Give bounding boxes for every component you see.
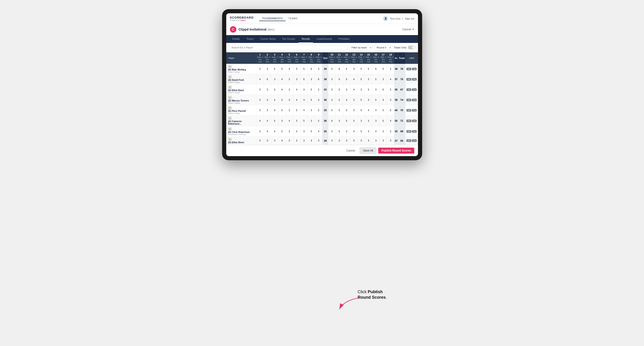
score-input-back-12[interactable] — [344, 86, 350, 93]
score-back-10[interactable] — [328, 105, 336, 116]
score-input-front-1[interactable] — [257, 86, 263, 93]
wd-badge[interactable]: WD — [406, 78, 411, 81]
score-input-front-8[interactable] — [308, 118, 314, 124]
score-front-3[interactable] — [271, 74, 278, 84]
score-input-front-9[interactable] — [316, 128, 322, 135]
score-front-2[interactable] — [264, 84, 271, 95]
score-input-front-3[interactable] — [272, 86, 278, 93]
score-front-7[interactable] — [300, 84, 308, 95]
score-input-front-1[interactable] — [257, 118, 263, 124]
score-back-12[interactable] — [343, 64, 350, 74]
dq-badge[interactable]: DQ — [412, 88, 416, 91]
score-input-back-17[interactable] — [380, 107, 386, 113]
score-front-2[interactable] — [264, 95, 271, 105]
score-back-15[interactable] — [365, 64, 372, 74]
score-front-8[interactable] — [308, 95, 315, 105]
score-back-11[interactable] — [336, 126, 343, 137]
score-input-back-13[interactable] — [351, 76, 357, 82]
score-back-16[interactable] — [372, 126, 380, 137]
score-back-18[interactable] — [387, 116, 394, 126]
score-input-back-15[interactable] — [366, 76, 372, 82]
score-input-front-7[interactable] — [301, 66, 307, 72]
score-front-5[interactable] — [286, 105, 293, 116]
score-input-back-17[interactable] — [380, 66, 386, 72]
score-input-back-13[interactable] — [351, 66, 357, 72]
score-front-8[interactable] — [308, 84, 315, 95]
dq-badge[interactable]: DQ — [412, 120, 416, 122]
score-input-back-13[interactable] — [351, 107, 357, 113]
score-input-back-12[interactable] — [344, 107, 350, 113]
score-front-7[interactable] — [300, 64, 308, 74]
score-input-back-18[interactable] — [388, 97, 394, 103]
score-input-front-9[interactable] — [316, 138, 322, 144]
score-input-back-16[interactable] — [373, 128, 379, 135]
score-front-7[interactable] — [300, 116, 308, 126]
score-back-14[interactable] — [358, 126, 365, 137]
score-front-1[interactable] — [256, 64, 264, 74]
score-back-11[interactable] — [336, 116, 343, 126]
score-back-17[interactable] — [380, 95, 387, 105]
score-back-14[interactable] — [358, 95, 365, 105]
score-input-back-15[interactable] — [366, 66, 372, 72]
score-front-9[interactable] — [315, 84, 322, 95]
score-front-2[interactable] — [264, 116, 271, 126]
nav-tournaments[interactable]: TOURNAMENTS — [259, 16, 285, 21]
score-back-12[interactable] — [343, 84, 350, 95]
sign-out-link[interactable]: Sign out — [405, 17, 414, 20]
score-input-back-10[interactable] — [329, 86, 335, 93]
score-input-back-14[interactable] — [358, 97, 364, 103]
score-input-back-13[interactable] — [351, 118, 357, 124]
score-input-front-7[interactable] — [301, 97, 307, 103]
score-input-back-12[interactable] — [344, 138, 350, 144]
tab-results[interactable]: Results — [298, 35, 314, 43]
round-select[interactable]: Round 3 — [374, 45, 392, 50]
wd-badge[interactable]: WD — [406, 109, 411, 112]
score-front-7[interactable] — [300, 137, 308, 145]
score-input-front-4[interactable] — [279, 76, 285, 82]
score-input-front-1[interactable] — [257, 76, 263, 82]
score-front-3[interactable] — [271, 126, 278, 137]
score-back-10[interactable] — [328, 137, 336, 145]
score-input-front-7[interactable] — [301, 118, 307, 124]
score-input-front-6[interactable] — [294, 76, 300, 82]
score-back-17[interactable] — [380, 74, 387, 84]
score-front-4[interactable] — [278, 126, 286, 137]
score-input-back-16[interactable] — [373, 76, 379, 82]
score-back-13[interactable] — [350, 116, 358, 126]
score-input-back-18[interactable] — [388, 76, 394, 82]
score-front-6[interactable] — [293, 74, 300, 84]
score-back-17[interactable] — [380, 105, 387, 116]
score-front-5[interactable] — [286, 95, 293, 105]
score-input-back-14[interactable] — [358, 128, 364, 135]
score-back-13[interactable] — [350, 84, 358, 95]
totals-toggle-switch[interactable] — [408, 46, 415, 49]
score-input-front-2[interactable] — [264, 128, 270, 135]
score-input-front-8[interactable] — [308, 107, 314, 113]
score-input-front-1[interactable] — [257, 107, 263, 113]
score-back-13[interactable] — [350, 95, 358, 105]
score-front-6[interactable] — [293, 84, 300, 95]
score-front-4[interactable] — [278, 74, 286, 84]
tab-course-setup[interactable]: Course Setup — [257, 35, 279, 43]
score-back-14[interactable] — [358, 105, 365, 116]
score-back-13[interactable] — [350, 64, 358, 74]
score-input-back-12[interactable] — [344, 66, 350, 72]
score-input-front-8[interactable] — [308, 76, 314, 82]
score-input-back-15[interactable] — [366, 86, 372, 93]
score-back-16[interactable] — [372, 116, 380, 126]
score-front-7[interactable] — [300, 95, 308, 105]
score-input-back-10[interactable] — [329, 97, 335, 103]
score-front-4[interactable] — [278, 116, 286, 126]
score-input-back-15[interactable] — [366, 138, 372, 144]
score-front-1[interactable] — [256, 137, 264, 145]
score-front-5[interactable] — [286, 64, 293, 74]
score-input-front-3[interactable] — [272, 107, 278, 113]
score-back-11[interactable] — [336, 84, 343, 95]
score-back-16[interactable] — [372, 105, 380, 116]
score-input-back-16[interactable] — [373, 118, 379, 124]
score-input-front-4[interactable] — [279, 97, 285, 103]
score-front-9[interactable] — [315, 137, 322, 145]
score-input-back-17[interactable] — [380, 86, 386, 93]
score-input-back-15[interactable] — [366, 97, 372, 103]
score-input-back-14[interactable] — [358, 118, 364, 124]
